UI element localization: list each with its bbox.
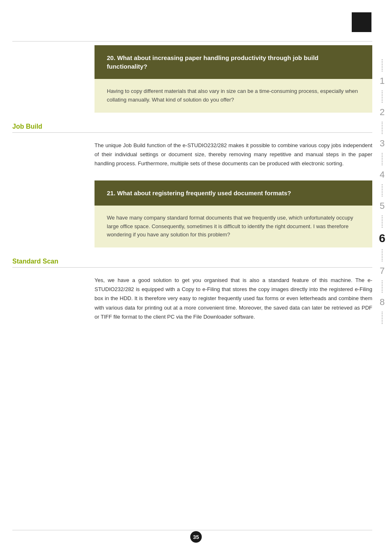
chapter-6[interactable]: 6: [372, 229, 392, 263]
question-21-title: 21. What about registering frequently us…: [107, 189, 360, 197]
chapter-number-8: 8: [372, 294, 392, 310]
page-number: 35: [190, 531, 202, 543]
top-rule: [12, 41, 372, 42]
question-20-box: 20. What about increasing paper handling…: [95, 45, 372, 79]
job-build-section-heading: Job Build: [12, 123, 372, 133]
chapter-4[interactable]: 4: [372, 167, 392, 198]
standard-scan-body-text: Yes, we have a good solution to get you …: [95, 276, 372, 321]
standard-scan-section-heading: Standard Scan: [12, 258, 372, 268]
chapter-5[interactable]: 5: [372, 198, 392, 229]
question-21-box: 21. What about registering frequently us…: [95, 180, 372, 206]
chapter-number-1: 1: [372, 73, 392, 89]
chapter-2[interactable]: 2: [372, 104, 392, 136]
main-content: 20. What about increasing paper handling…: [12, 45, 372, 367]
answer-21-box: We have many company standard format doc…: [95, 206, 372, 247]
question-20-title: 20. What about increasing paper handling…: [107, 53, 360, 71]
standard-scan-heading-text: Standard Scan: [12, 258, 58, 265]
chapter-8[interactable]: 8: [372, 294, 392, 326]
job-build-body-text: The unique Job Build function of the e-S…: [95, 141, 372, 168]
top-square-decoration: [352, 12, 371, 32]
chapter-number-6: 6: [372, 229, 392, 247]
answer-21-text: We have many company standard format doc…: [107, 214, 360, 239]
job-build-heading-text: Job Build: [12, 123, 42, 130]
chapter-number-5: 5: [372, 198, 392, 214]
chapter-number-4: 4: [372, 167, 392, 183]
chapter-1[interactable]: 1: [372, 58, 392, 104]
chapter-3[interactable]: 3: [372, 136, 392, 167]
answer-20-box: Having to copy different materials that …: [95, 79, 372, 113]
chapter-7[interactable]: 7: [372, 263, 392, 294]
bottom-rule: [12, 530, 372, 530]
chapter-number-7: 7: [372, 263, 392, 279]
answer-20-text: Having to copy different materials that …: [107, 87, 360, 104]
page-container: 1 2 3 4 5 6 7 8: [0, 0, 392, 555]
chapter-number-2: 2: [372, 104, 392, 120]
chapter-number-3: 3: [372, 136, 392, 151]
right-sidebar: 1 2 3 4 5 6 7 8: [372, 0, 392, 555]
